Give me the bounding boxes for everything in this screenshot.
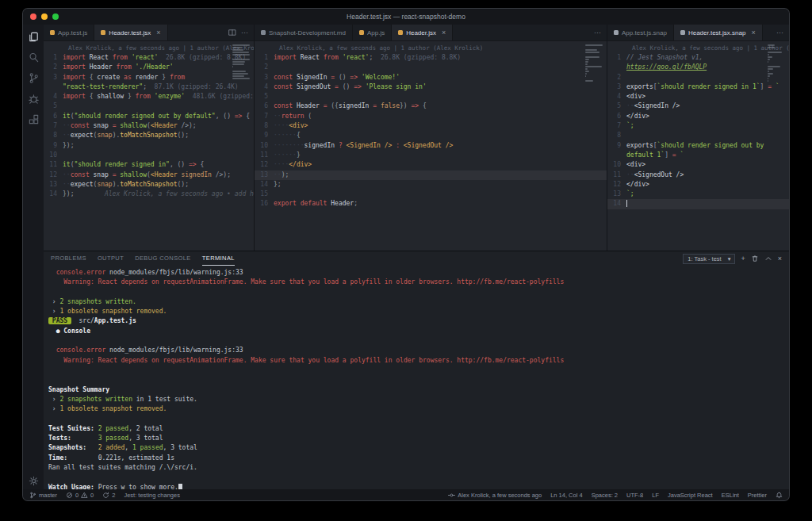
code-line[interactable]: "react-test-renderer"; 87.1K (gzipped: 2… <box>44 82 254 92</box>
close-tab-icon[interactable]: × <box>156 29 160 36</box>
code-line[interactable]: 7··const snap = shallow(<Header />); <box>44 121 254 131</box>
settings-gear-icon[interactable] <box>27 474 40 487</box>
search-icon[interactable] <box>27 51 40 63</box>
code-line[interactable]: 4import { shallow } from 'enzyme' 481.6K… <box>44 92 254 102</box>
notifications-bell-icon[interactable] <box>776 492 783 499</box>
terminal-output[interactable]: console.error node_modules/fbjs/lib/warn… <box>44 266 789 489</box>
maximize-panel-icon[interactable] <box>764 255 772 262</box>
code-line[interactable]: 12··const snap = shallow(<Header signedI… <box>44 170 254 180</box>
panel-tab-terminal[interactable]: TERMINAL <box>202 251 235 266</box>
code-line[interactable]: 12····</div> <box>255 160 607 170</box>
code-line[interactable]: 6const Header = ({signedIn = false}) => … <box>255 102 607 111</box>
terminal-picker[interactable]: 1: Task - test ▾ <box>683 254 735 264</box>
tab-header-test-jsx-snap[interactable]: Header.test.jsx.snap× <box>674 25 763 40</box>
more-actions-icon[interactable]: ··· <box>776 29 783 36</box>
cursor-position-status[interactable]: Ln 14, Col 4 <box>550 492 582 499</box>
explorer-icon[interactable] <box>27 30 40 43</box>
code-line[interactable]: 7··return ( <box>255 112 607 121</box>
extensions-icon[interactable] <box>27 113 40 125</box>
language-mode-status[interactable]: JavaScript React <box>668 492 713 499</box>
editor-header-test-jsx-snap[interactable]: Alex Krolick, a few seconds ago | 1 auth… <box>607 41 789 251</box>
code-line[interactable]: 16export default Header; <box>255 199 607 209</box>
panel-tab-debug-console[interactable]: DEBUG CONSOLE <box>135 251 191 266</box>
encoding-status[interactable]: UTF-8 <box>626 492 643 499</box>
source-control-icon[interactable] <box>27 71 40 84</box>
code-line[interactable]: 12</div> <box>607 180 789 190</box>
prettier-status[interactable]: Prettier <box>748 492 767 499</box>
more-actions-icon[interactable]: ··· <box>241 29 248 36</box>
code-line[interactable]: 5 <box>255 92 607 102</box>
code-line[interactable]: 1import React from 'react' 26.8K (gzippe… <box>44 53 254 63</box>
minimize-window-button[interactable] <box>41 13 48 20</box>
code-line[interactable]: https://goo.gl/fbAQLP <box>607 63 789 72</box>
split-editor-icon[interactable] <box>228 29 236 36</box>
code-line[interactable]: 11it("should render signed in", () => { <box>44 160 254 170</box>
editor-header-test-jsx[interactable]: Alex Krolick, a few seconds ago | 1 auth… <box>44 41 254 251</box>
code-line[interactable]: 8····<div> <box>255 121 607 131</box>
sync-indicator[interactable]: 2 <box>102 492 115 499</box>
code-line[interactable]: 2 <box>607 73 789 82</box>
panel-tab-problems[interactable]: PROBLEMS <box>51 251 86 266</box>
tab-app-test-js-snap[interactable]: App.test.js.snap <box>607 25 674 40</box>
code-line[interactable]: 13`; <box>607 190 789 199</box>
code-line[interactable]: 15 <box>255 190 607 199</box>
code-line[interactable]: 3const SignedIn = () => 'Welcome!' <box>255 73 607 82</box>
code-line[interactable]: 10<div> <box>607 160 789 170</box>
panel-tab-output[interactable]: OUTPUT <box>98 251 124 266</box>
code-line[interactable]: 1// Jest Snapshot v1, <box>607 53 789 63</box>
code-line[interactable]: 7`; <box>607 121 789 131</box>
code-line[interactable]: 14}; <box>255 180 607 190</box>
code-line[interactable]: 8 <box>607 131 789 140</box>
indentation-status[interactable]: Spaces: 2 <box>592 492 618 499</box>
tab-snapshot-development-md[interactable]: Snapshot-Development.md <box>255 25 353 40</box>
gitlens-codelens[interactable]: Alex Krolick, a few seconds ago | 1 auth… <box>44 44 254 53</box>
close-tab-icon[interactable]: × <box>751 29 755 36</box>
git-branch-indicator[interactable]: master <box>29 492 57 499</box>
code-line[interactable]: 3exports[`should render signed in 1`] = … <box>607 82 789 92</box>
more-actions-icon[interactable]: ··· <box>594 29 601 36</box>
jest-status[interactable]: Jest: testing changes <box>124 492 179 499</box>
close-panel-icon[interactable]: × <box>778 255 782 262</box>
code-line[interactable]: 13··); <box>255 170 607 180</box>
code-line[interactable]: 11··<SignedOut /> <box>607 170 789 180</box>
code-line[interactable]: 4const SignedOut = () => 'Please sign in… <box>255 82 607 92</box>
close-tab-icon[interactable]: × <box>442 29 446 36</box>
code-line[interactable]: 3import { create as render } from <box>44 73 254 82</box>
gitlens-codelens[interactable]: Alex Krolick, a few seconds ago | 1 auth… <box>607 44 789 53</box>
zoom-window-button[interactable] <box>52 13 59 20</box>
kill-terminal-icon[interactable] <box>751 255 759 262</box>
code-line[interactable]: 10········signedIn ? <SignedIn /> : <Sig… <box>255 141 607 151</box>
code-line[interactable]: 2 <box>255 63 607 72</box>
code-line[interactable]: 9······{ <box>255 131 607 140</box>
editor-header-jsx[interactable]: Alex Krolick, a few seconds ago | 1 auth… <box>255 41 607 251</box>
titlebar[interactable]: Header.test.jsx — react-snapshot-demo <box>23 9 789 25</box>
code-line[interactable]: 10 <box>44 151 254 160</box>
code-line[interactable]: 5··<SignedIn /> <box>607 102 789 111</box>
code-line[interactable]: 5 <box>44 102 254 111</box>
code-line[interactable]: 8··expect(snap).toMatchSnapshot(); <box>44 131 254 140</box>
eslint-status[interactable]: ESLint <box>722 492 739 499</box>
tab-app-js[interactable]: App.js <box>353 25 392 40</box>
new-terminal-button[interactable]: + <box>741 255 745 262</box>
close-window-button[interactable] <box>30 13 36 20</box>
code-line[interactable]: 6</div> <box>607 112 789 121</box>
problems-indicator[interactable]: 0 0 <box>66 492 94 499</box>
code-line[interactable]: 9}); <box>44 141 254 151</box>
code-line[interactable]: 11······} <box>255 151 607 160</box>
code-line[interactable]: 2import Header from './Header' <box>44 63 254 72</box>
code-line[interactable]: 14}); Alex Krolick, a few seconds ago • … <box>44 190 254 199</box>
code-line[interactable]: 6it("should render signed out by default… <box>44 112 254 121</box>
gitlens-blame-status[interactable]: Alex Krolick, a few seconds ago <box>448 492 542 499</box>
code-line[interactable]: 9exports[`should render signed out by <box>607 141 789 151</box>
code-line[interactable]: 1import React from 'react'; 26.8K (gzipp… <box>255 53 607 63</box>
eol-status[interactable]: LF <box>652 492 659 499</box>
code-line[interactable]: 4<div> <box>607 92 789 102</box>
tab-header-test-jsx[interactable]: Header.test.jsx× <box>94 25 167 40</box>
gitlens-codelens[interactable]: Alex Krolick, a few seconds ago | 1 auth… <box>255 44 607 53</box>
tab-app-test-js[interactable]: App.test.js <box>44 25 94 40</box>
tab-header-jsx[interactable]: Header.jsx× <box>392 25 453 40</box>
code-line[interactable]: 13··expect(snap).toMatchSnapshot(); <box>44 180 254 190</box>
code-line[interactable]: default 1`] = ` <box>607 151 789 160</box>
code-line[interactable]: 14 <box>607 199 789 209</box>
debug-icon[interactable] <box>27 92 40 105</box>
